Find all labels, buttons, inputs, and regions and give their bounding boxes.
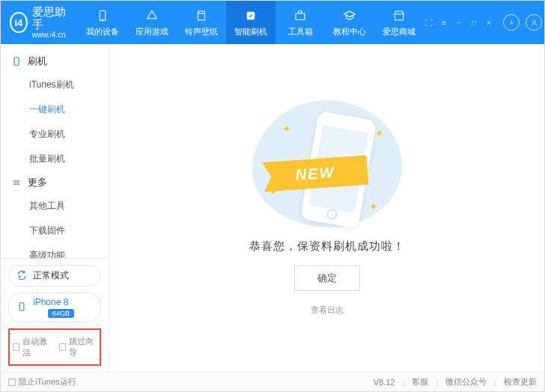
note-icon <box>194 8 209 23</box>
statusbar: 阻止iTunes运行 V8.12 | 客服 | 微信公众号 | 检查更新 <box>1 372 544 391</box>
refresh-icon <box>16 269 27 282</box>
sidebar-section-flash[interactable]: 刷机 <box>1 50 109 73</box>
checkbox-label: 跳过向导 <box>69 336 97 358</box>
graduation-icon <box>342 8 357 23</box>
sidebar: 刷机 iTunes刷机 一键刷机 专业刷机 批量刷机 更多 其他工具 下载固件 … <box>1 44 109 372</box>
cart-icon[interactable]: ⛶ <box>424 19 434 27</box>
tab-ringtones[interactable]: 铃声壁纸 <box>177 1 226 44</box>
section-title: 刷机 <box>28 55 47 68</box>
auto-activate-checkbox[interactable]: 自动激活 <box>13 336 50 358</box>
sidebar-item-itunes-flash[interactable]: iTunes刷机 <box>1 73 109 97</box>
sidebar-item-batch-flash[interactable]: 批量刷机 <box>1 147 109 171</box>
store-icon <box>392 8 407 23</box>
brand-url: www.i4.cn <box>32 31 69 39</box>
tab-label: 应用游戏 <box>136 26 168 37</box>
sparkle-icon: ✦ <box>282 123 291 135</box>
nav-tabs: 我的设备 应用游戏 铃声壁纸 智能刷机 工具箱 教程中心 <box>78 1 424 44</box>
block-itunes-checkbox[interactable]: 阻止iTunes运行 <box>8 376 76 388</box>
sparkle-icon: ✦ <box>375 127 384 139</box>
section-title: 更多 <box>28 176 47 189</box>
sidebar-item-advanced[interactable]: 高级功能 <box>1 243 109 258</box>
window-controls: ⛶ ≡ − □ × <box>424 19 494 27</box>
tab-flash[interactable]: 智能刷机 <box>226 1 275 44</box>
tab-label: 智能刷机 <box>234 26 267 37</box>
flash-icon <box>243 8 258 23</box>
download-button[interactable] <box>503 14 520 31</box>
view-log-link[interactable]: 查看日志 <box>311 304 344 316</box>
tab-label: 铃声壁纸 <box>185 26 218 37</box>
capacity-badge: 64GB <box>48 309 74 318</box>
version-label: V8.12 <box>374 378 395 387</box>
tab-label: 爱思商城 <box>383 26 415 37</box>
tab-store[interactable]: 爱思商城 <box>374 1 424 44</box>
brand-logo-icon: i4 <box>10 12 28 33</box>
check-update-link[interactable]: 检查更新 <box>504 376 537 388</box>
brand-name: 爱思助手 <box>32 6 69 31</box>
phone-icon <box>11 56 22 67</box>
tab-label: 我的设备 <box>86 26 119 37</box>
svg-rect-11 <box>19 302 24 310</box>
success-illustration: ✦ ✦ ✦ ✦ NEW <box>252 100 402 227</box>
sidebar-item-download-firmware[interactable]: 下载固件 <box>1 218 109 243</box>
apps-icon <box>144 8 159 23</box>
svg-point-6 <box>532 20 535 23</box>
svg-rect-7 <box>14 58 19 66</box>
titlebar: i4 爱思助手 www.i4.cn 我的设备 应用游戏 铃声壁纸 智能刷机 <box>1 1 544 44</box>
sidebar-section-more[interactable]: 更多 <box>1 171 109 194</box>
skip-guide-checkbox[interactable]: 跳过向导 <box>59 336 97 358</box>
svg-rect-5 <box>296 13 305 19</box>
sidebar-bottom: 正常模式 iPhone 8 64GB 自动激活 跳过向导 <box>1 258 109 372</box>
ok-button[interactable]: 确定 <box>294 266 360 291</box>
maximize-icon[interactable]: □ <box>469 19 479 27</box>
wechat-link[interactable]: 微信公众号 <box>445 376 487 388</box>
minimize-icon[interactable]: − <box>454 19 464 27</box>
tab-tutorials[interactable]: 教程中心 <box>325 1 374 44</box>
device-name: iPhone 8 <box>33 297 74 307</box>
options-row: 自动激活 跳过向导 <box>8 328 101 366</box>
phone-icon <box>16 301 27 314</box>
more-icon <box>11 177 22 188</box>
sidebar-item-pro-flash[interactable]: 专业刷机 <box>1 122 109 147</box>
sidebar-item-other-tools[interactable]: 其他工具 <box>1 194 109 218</box>
checkbox-label: 阻止iTunes运行 <box>19 376 76 388</box>
menu-icon[interactable]: ≡ <box>439 19 449 27</box>
user-button[interactable] <box>526 14 542 31</box>
tab-label: 工具箱 <box>288 26 313 37</box>
device-chip[interactable]: iPhone 8 64GB <box>8 293 101 322</box>
titlebar-right: ⛶ ≡ − □ × <box>424 14 545 31</box>
phone-icon <box>95 8 110 23</box>
mode-chip[interactable]: 正常模式 <box>8 265 101 287</box>
toolbox-icon <box>293 8 308 23</box>
mode-label: 正常模式 <box>33 269 69 282</box>
body: 刷机 iTunes刷机 一键刷机 专业刷机 批量刷机 更多 其他工具 下载固件 … <box>1 44 544 372</box>
close-icon[interactable]: × <box>484 19 494 27</box>
tab-label: 教程中心 <box>333 26 366 37</box>
svg-rect-2 <box>198 11 205 20</box>
support-link[interactable]: 客服 <box>412 376 428 388</box>
main-panel: ✦ ✦ ✦ ✦ NEW 恭喜您，保资料刷机成功啦！ 确定 查看日志 <box>109 44 544 372</box>
sidebar-item-one-click-flash[interactable]: 一键刷机 <box>1 97 109 122</box>
brand: i4 爱思助手 www.i4.cn <box>1 6 78 39</box>
success-message: 恭喜您，保资料刷机成功啦！ <box>249 239 405 254</box>
checkbox-label: 自动激活 <box>22 336 50 358</box>
tab-apps[interactable]: 应用游戏 <box>127 1 177 44</box>
tab-toolbox[interactable]: 工具箱 <box>275 1 325 44</box>
sparkle-icon: ✦ <box>369 200 378 212</box>
tab-my-device[interactable]: 我的设备 <box>78 1 127 44</box>
app-window: i4 爱思助手 www.i4.cn 我的设备 应用游戏 铃声壁纸 智能刷机 <box>0 0 545 392</box>
